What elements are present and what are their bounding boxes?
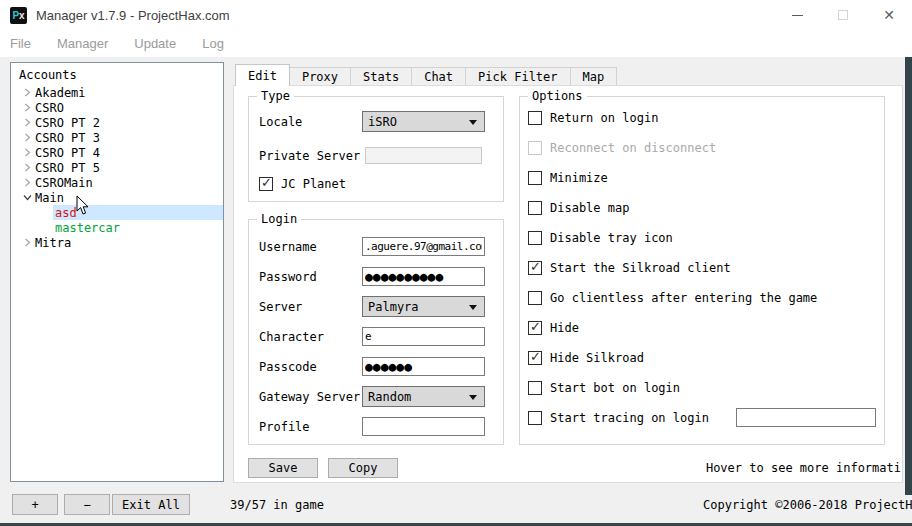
chevron-right-icon[interactable] xyxy=(21,148,33,157)
tree-item-csro[interactable]: CSRO xyxy=(11,100,223,115)
options-groupbox: Options Return on login Reconnect on dis… xyxy=(519,96,885,445)
server-dropdown[interactable]: Palmyra xyxy=(362,296,485,317)
checkbox-box xyxy=(528,411,542,425)
tree-item-csromain[interactable]: CSROMain xyxy=(11,175,223,190)
tree-item-csro-pt-3[interactable]: CSRO PT 3 xyxy=(11,130,223,145)
locale-dropdown[interactable]: iSRO xyxy=(362,111,485,132)
checkbox-label: Reconnect on disconnect xyxy=(550,141,716,155)
remove-account-button[interactable]: − xyxy=(64,494,110,515)
chevron-right-icon[interactable] xyxy=(21,133,33,142)
tree-item-akademi[interactable]: Akademi xyxy=(11,85,223,100)
checkbox-label: Go clientless after entering the game xyxy=(550,291,817,305)
gateway-server-label: Gateway Server xyxy=(259,390,360,404)
chevron-right-icon[interactable] xyxy=(21,178,33,187)
profile-label: Profile xyxy=(259,420,310,434)
login-groupbox: Login Username Password Server Palmyra C… xyxy=(248,219,504,445)
checkbox-disable-tray-icon[interactable]: Disable tray icon xyxy=(528,231,673,245)
options-group-title: Options xyxy=(528,89,587,103)
chevron-right-icon[interactable] xyxy=(21,118,33,127)
add-account-button[interactable]: + xyxy=(12,494,58,515)
dropdown-arrow-icon xyxy=(469,120,477,125)
chevron-down-icon[interactable] xyxy=(21,193,33,202)
checkbox-go-clientless[interactable]: Go clientless after entering the game xyxy=(528,291,817,305)
checkbox-start-tracing-on-login[interactable]: Start tracing on login xyxy=(528,411,709,425)
checkbox-box: ✓ xyxy=(528,321,542,335)
tree-item-label: CSRO PT 5 xyxy=(35,161,100,175)
maximize-icon xyxy=(838,10,848,20)
checkbox-start-bot-on-login[interactable]: Start bot on login xyxy=(528,381,680,395)
tree-item-mitra[interactable]: Mitra xyxy=(11,235,223,250)
checkmark-icon: ✓ xyxy=(530,349,541,364)
tree-item-mastercar[interactable]: mastercar xyxy=(11,220,223,235)
tab-map[interactable]: Map xyxy=(571,67,618,86)
passcode-input[interactable] xyxy=(362,357,485,376)
tree-item-label: CSROMain xyxy=(35,176,93,190)
checkbox-hide-silkroad[interactable]: ✓ Hide Silkroad xyxy=(528,351,644,365)
menu-update[interactable]: Update xyxy=(134,36,176,51)
profile-input[interactable] xyxy=(362,417,485,436)
checkbox-box: ✓ xyxy=(528,351,542,365)
title-bar: Px Manager v1.7.9 - ProjectHax.com ✕ xyxy=(0,0,912,30)
tree-item-label: CSRO PT 2 xyxy=(35,116,100,130)
tree-item-label: Mitra xyxy=(35,236,71,250)
tree-item-label: CSRO PT 3 xyxy=(35,131,100,145)
menu-bar: File Manager Update Log xyxy=(0,30,912,57)
character-input[interactable] xyxy=(362,327,485,346)
password-input[interactable] xyxy=(362,267,485,286)
checkbox-label: Start bot on login xyxy=(550,381,680,395)
checkbox-label: Hide xyxy=(550,321,579,335)
server-label: Server xyxy=(259,300,302,314)
checkbox-return-on-login[interactable]: Return on login xyxy=(528,111,658,125)
maximize-button[interactable] xyxy=(820,0,866,30)
menu-log[interactable]: Log xyxy=(202,36,224,51)
checkbox-box: ✓ xyxy=(528,261,542,275)
jc-planet-checkbox[interactable]: ✓ JC Planet xyxy=(259,177,346,191)
tree-item-csro-pt-4[interactable]: CSRO PT 4 xyxy=(11,145,223,160)
chevron-right-icon[interactable] xyxy=(21,163,33,172)
checkbox-box xyxy=(528,381,542,395)
app-logo-x: x xyxy=(19,10,25,21)
checkbox-hide[interactable]: ✓ Hide xyxy=(528,321,579,335)
tab-proxy[interactable]: Proxy xyxy=(290,67,351,86)
exit-all-button[interactable]: Exit All xyxy=(112,494,190,515)
username-input[interactable] xyxy=(362,237,485,256)
checkbox-box xyxy=(528,291,542,305)
menu-file[interactable]: File xyxy=(10,36,31,51)
app-logo-p: P xyxy=(12,10,19,21)
checkbox-box xyxy=(528,171,542,185)
minimize-button[interactable] xyxy=(774,0,820,30)
jc-planet-label: JC Planet xyxy=(281,177,346,191)
gateway-server-value: Random xyxy=(368,390,411,404)
close-button[interactable]: ✕ xyxy=(866,0,912,30)
tab-pick-filter[interactable]: Pick Filter xyxy=(466,67,570,86)
checkbox-box xyxy=(528,111,542,125)
tracing-input[interactable] xyxy=(736,408,876,427)
app-logo-icon: Px xyxy=(10,7,27,24)
passcode-label: Passcode xyxy=(259,360,317,374)
chevron-right-icon[interactable] xyxy=(21,238,33,247)
checkbox-box: ✓ xyxy=(259,177,273,191)
tree-item-main[interactable]: Main xyxy=(11,190,223,205)
menu-manager[interactable]: Manager xyxy=(57,36,108,51)
tree-item-csro-pt-2[interactable]: CSRO PT 2 xyxy=(11,115,223,130)
checkbox-box xyxy=(528,231,542,245)
tab-edit[interactable]: Edit xyxy=(235,64,290,86)
private-server-label: Private Server xyxy=(259,149,360,163)
copy-button[interactable]: Copy xyxy=(328,458,398,478)
chevron-right-icon[interactable] xyxy=(21,88,33,97)
login-group-title: Login xyxy=(257,212,301,226)
save-button[interactable]: Save xyxy=(248,458,318,478)
checkbox-minimize[interactable]: Minimize xyxy=(528,171,608,185)
checkbox-start-silkroad-client[interactable]: ✓ Start the Silkroad client xyxy=(528,261,731,275)
chevron-right-icon[interactable] xyxy=(21,103,33,112)
tab-stats[interactable]: Stats xyxy=(351,67,412,86)
tab-chat[interactable]: Chat xyxy=(412,67,466,86)
checkbox-disable-map[interactable]: Disable map xyxy=(528,201,629,215)
tree-item-label: Akademi xyxy=(35,86,86,100)
tree-item-asd[interactable]: asd xyxy=(11,205,223,220)
window-title: Manager v1.7.9 - ProjectHax.com xyxy=(36,8,230,23)
gateway-server-dropdown[interactable]: Random xyxy=(362,386,485,407)
tree-item-csro-pt-5[interactable]: CSRO PT 5 xyxy=(11,160,223,175)
private-server-input[interactable] xyxy=(365,147,482,164)
dropdown-arrow-icon xyxy=(469,305,477,310)
